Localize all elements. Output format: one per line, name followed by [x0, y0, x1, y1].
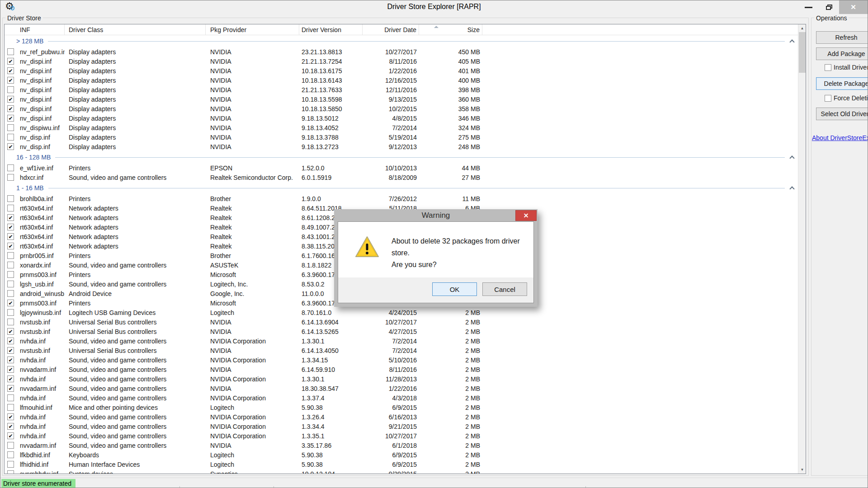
minimize-button[interactable]: [798, 0, 819, 14]
row-checkbox[interactable]: [7, 174, 14, 181]
row-checkbox[interactable]: [7, 124, 14, 131]
row-checkbox[interactable]: ✔: [7, 338, 14, 344]
select-old-drivers-button[interactable]: Select Old Drivers: [816, 108, 868, 120]
row-checkbox[interactable]: [7, 205, 14, 211]
driver-row[interactable]: e_wf1ive.infPrintersEPSON1.52.0.010/10/2…: [5, 163, 798, 173]
row-checkbox[interactable]: ✔: [7, 366, 14, 373]
cancel-button[interactable]: Cancel: [482, 282, 527, 296]
restore-button[interactable]: [819, 0, 839, 14]
driver-row[interactable]: ✔nv_dispi.infDisplay adaptersNVIDIA10.18…: [5, 75, 798, 85]
header-driver-class[interactable]: Driver Class: [65, 24, 206, 35]
driver-row[interactable]: ✔nvvadarm.infSound, video and game contr…: [5, 384, 798, 393]
collapse-chevron-icon[interactable]: [789, 186, 794, 191]
add-package-button[interactable]: Add Package: [816, 47, 868, 60]
driver-row[interactable]: ✔nvhda.infSound, video and game controll…: [5, 374, 798, 384]
row-checkbox[interactable]: [7, 309, 14, 316]
row-checkbox[interactable]: ✔: [7, 243, 14, 249]
dialog-close-button[interactable]: ✕: [515, 210, 537, 221]
driver-row[interactable]: ✔nvhda.infSound, video and game controll…: [5, 412, 798, 422]
scroll-up-icon[interactable]: ▲: [798, 24, 806, 32]
row-checkbox[interactable]: ✔: [7, 96, 14, 103]
scrollbar-thumb[interactable]: [799, 32, 806, 73]
driver-row[interactable]: lgjoywinusb.infLogitech USB Gaming Devic…: [5, 308, 798, 317]
row-checkbox[interactable]: [7, 442, 14, 449]
delete-package-button[interactable]: Delete Package: [816, 77, 868, 90]
driver-row[interactable]: synmbhdw.infSystem devicesSynaptics10.0.…: [5, 469, 798, 474]
driver-row[interactable]: ✔nv_dispi.infDisplay adaptersNVIDIA21.21…: [5, 56, 798, 66]
driver-row[interactable]: ✔nvstusb.infUniversal Serial Bus control…: [5, 346, 798, 355]
row-checkbox[interactable]: ✔: [7, 423, 14, 430]
row-checkbox[interactable]: [7, 451, 14, 458]
about-link[interactable]: About DriverStoreExplorer: [812, 134, 868, 141]
header-driver-date[interactable]: Driver Date: [363, 24, 419, 35]
driver-row[interactable]: nv_dispi.infDisplay adaptersNVIDIA21.21.…: [5, 85, 798, 94]
header-pkg-provider[interactable]: Pkg Provider: [206, 24, 299, 35]
row-checkbox[interactable]: [7, 252, 14, 259]
row-checkbox[interactable]: [7, 290, 14, 297]
row-checkbox[interactable]: ✔: [7, 77, 14, 84]
scroll-down-icon[interactable]: ▼: [798, 466, 806, 474]
row-checkbox[interactable]: [7, 461, 14, 468]
row-checkbox[interactable]: [7, 319, 14, 325]
row-checkbox[interactable]: [7, 262, 14, 268]
driver-row[interactable]: lfkbdhid.infKeyboardsLogitech5.90.386/9/…: [5, 450, 798, 460]
driver-row[interactable]: nvstusb.infUniversal Serial Bus controll…: [5, 317, 798, 327]
collapse-chevron-icon[interactable]: [789, 39, 794, 44]
driver-row[interactable]: nv_ref_pubwu.infDisplay adaptersNVIDIA23…: [5, 47, 798, 56]
row-checkbox[interactable]: [7, 164, 14, 171]
driver-row[interactable]: ✔nvvadarm.infSound, video and game contr…: [5, 365, 798, 374]
row-checkbox[interactable]: ✔: [7, 300, 14, 306]
header-driver-version[interactable]: Driver Version: [299, 24, 363, 35]
vertical-scrollbar[interactable]: ▲ ▼: [798, 24, 806, 474]
install-driver-checkbox[interactable]: [825, 64, 831, 71]
row-checkbox[interactable]: ✔: [7, 328, 14, 335]
row-checkbox[interactable]: ✔: [7, 58, 14, 65]
driver-row[interactable]: nv_disp.infDisplay adaptersNVIDIA9.18.13…: [5, 132, 798, 142]
row-checkbox[interactable]: ✔: [7, 214, 14, 221]
refresh-button[interactable]: Refresh: [816, 31, 868, 44]
row-checkbox[interactable]: [7, 271, 14, 278]
row-checkbox[interactable]: [7, 134, 14, 141]
row-checkbox[interactable]: ✔: [7, 143, 14, 150]
header-size[interactable]: Size: [419, 24, 482, 35]
row-checkbox[interactable]: ✔: [7, 413, 14, 420]
force-deletion-checkbox[interactable]: [825, 95, 831, 102]
driver-row[interactable]: ✔nvhda.infSound, video and game controll…: [5, 336, 798, 346]
row-checkbox[interactable]: ✔: [7, 67, 14, 74]
collapse-chevron-icon[interactable]: [789, 155, 794, 160]
driver-row[interactable]: ✔nv_dispi.infDisplay adaptersNVIDIA10.18…: [5, 104, 798, 113]
close-button[interactable]: ✕: [839, 0, 868, 14]
driver-row[interactable]: ✔nv_disp.infDisplay adaptersNVIDIA9.18.1…: [5, 142, 798, 151]
driver-row[interactable]: lfhidhid.infHuman Interface DevicesLogit…: [5, 460, 798, 469]
row-checkbox[interactable]: ✔: [7, 347, 14, 354]
row-checkbox[interactable]: [7, 48, 14, 55]
driver-row[interactable]: nv_dispiwu.infDisplay adaptersNVIDIA9.18…: [5, 123, 798, 132]
row-checkbox[interactable]: [7, 404, 14, 411]
row-checkbox[interactable]: [7, 281, 14, 287]
row-checkbox[interactable]: ✔: [7, 385, 14, 392]
row-checkbox[interactable]: [7, 195, 14, 202]
driver-row[interactable]: nvhda.infSound, video and game controlle…: [5, 393, 798, 403]
driver-row[interactable]: ✔nvhda.infSound, video and game controll…: [5, 422, 798, 431]
driver-row[interactable]: ✔nvhda.infSound, video and game controll…: [5, 431, 798, 441]
driver-row[interactable]: lfmouhid.infMice and other pointing devi…: [5, 403, 798, 412]
driver-row[interactable]: hdxcr.infSound, video and game controlle…: [5, 173, 798, 182]
driver-row[interactable]: brohlb0a.infPrintersBrother1.9.0.07/26/2…: [5, 194, 798, 203]
row-checkbox[interactable]: ✔: [7, 432, 14, 439]
header-inf[interactable]: INF: [20, 24, 65, 35]
row-checkbox[interactable]: ✔: [7, 233, 14, 240]
header-checkbox-column[interactable]: [5, 24, 20, 35]
row-checkbox[interactable]: [7, 394, 14, 401]
driver-row[interactable]: ✔nv_dispi.infDisplay adaptersNVIDIA9.18.…: [5, 113, 798, 123]
row-checkbox[interactable]: ✔: [7, 115, 14, 122]
row-checkbox[interactable]: ✔: [7, 105, 14, 112]
row-checkbox[interactable]: [7, 470, 14, 474]
row-checkbox[interactable]: ✔: [7, 375, 14, 382]
ok-button[interactable]: OK: [432, 282, 477, 296]
row-checkbox[interactable]: ✔: [7, 357, 14, 363]
driver-row[interactable]: nvvadarm.infSound, video and game contro…: [5, 441, 798, 450]
driver-row[interactable]: ✔nvstusb.infUniversal Serial Bus control…: [5, 327, 798, 336]
driver-row[interactable]: ✔nv_dispi.infDisplay adaptersNVIDIA10.18…: [5, 66, 798, 75]
driver-row[interactable]: ✔nv_dispi.infDisplay adaptersNVIDIA10.18…: [5, 94, 798, 104]
driver-row[interactable]: ✔nvhda.infSound, video and game controll…: [5, 355, 798, 365]
